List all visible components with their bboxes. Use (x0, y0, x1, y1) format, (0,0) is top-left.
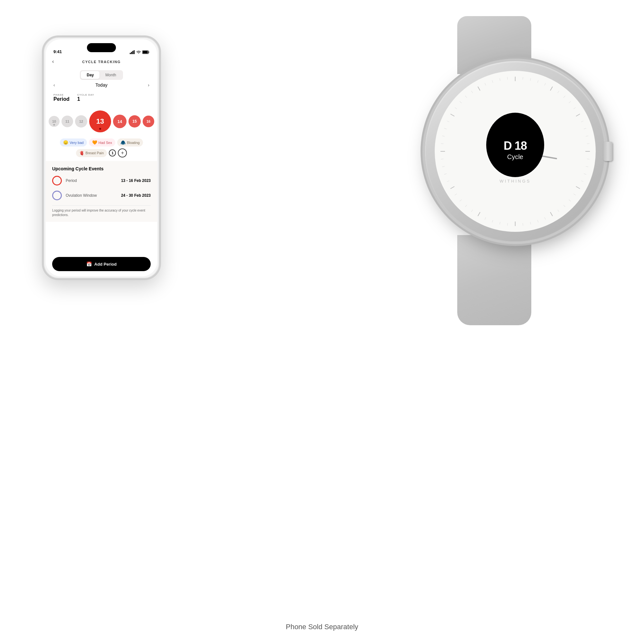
svg-rect-2 (132, 51, 133, 54)
svg-line-45 (485, 217, 486, 220)
footer-text: Phone Sold Separately (286, 623, 358, 631)
ovulation-event-row: Ovulation Window 24 - 30 Feb 2023 (52, 191, 151, 200)
svg-line-55 (442, 136, 445, 137)
watch-day-display: D 18 (504, 139, 527, 153)
phone-screen: 9:41 (46, 39, 157, 276)
svg-line-13 (478, 212, 480, 216)
svg-line-64 (500, 78, 500, 81)
svg-rect-0 (130, 53, 131, 54)
tag-mood[interactable]: 😞 Very bad (60, 138, 87, 147)
svg-line-33 (581, 181, 583, 182)
svg-line-61 (471, 91, 473, 93)
period-event-name: Period (66, 178, 117, 183)
svg-line-49 (455, 194, 457, 195)
svg-line-23 (563, 96, 565, 98)
period-dot (99, 128, 101, 130)
bubble-day-12[interactable]: 12 (75, 115, 87, 128)
cycle-bubbles: 10 11 12 13 14 15 16 (46, 107, 157, 136)
svg-line-18 (523, 77, 523, 80)
bubble-day-14[interactable]: 14 (113, 115, 127, 128)
svg-line-31 (586, 166, 588, 167)
svg-line-44 (492, 220, 493, 223)
svg-line-38 (545, 217, 545, 220)
svg-line-40 (530, 222, 531, 224)
svg-line-10 (576, 186, 580, 189)
status-time: 9:41 (53, 49, 62, 54)
svg-line-8 (576, 114, 580, 116)
tag-breast[interactable]: 🫀 Breast Pain (76, 149, 107, 157)
watch-display: D 18 Cycle (486, 113, 544, 177)
nav-prev[interactable]: ‹ (53, 82, 55, 88)
svg-line-48 (460, 200, 462, 201)
withings-brand: WITHINGS (500, 179, 531, 184)
phase-info: PHASE Period CYCLE DAY 1 (46, 91, 157, 104)
svg-line-37 (558, 210, 559, 212)
watch-body: D 18 Cycle WITHINGS (406, 42, 625, 261)
phase-value: Period (53, 96, 70, 102)
phone: 9:41 (42, 35, 161, 280)
add-period-label: Add Period (94, 262, 117, 267)
phase-col: PHASE Period (53, 93, 70, 102)
mood-label: Very bad (70, 141, 83, 145)
divider (52, 205, 151, 206)
svg-line-50 (447, 181, 449, 182)
svg-line-54 (441, 144, 443, 144)
wifi-icon (136, 50, 141, 54)
svg-line-28 (586, 136, 588, 137)
add-symptom-button[interactable]: + (118, 148, 127, 157)
watch: D 18 Cycle WITHINGS (374, 26, 644, 316)
svg-line-27 (584, 128, 586, 129)
svg-line-39 (537, 220, 538, 223)
svg-line-58 (455, 108, 457, 109)
svg-line-35 (569, 200, 571, 201)
svg-line-62 (485, 83, 486, 85)
tab-day[interactable]: Day (81, 71, 99, 79)
bloating-label: Bloating (127, 141, 140, 145)
svg-line-60 (465, 96, 467, 98)
bubble-day-13[interactable]: 13 (89, 110, 111, 132)
app-title: CYCLE TRACKING (52, 60, 151, 64)
ovulation-circle-icon (52, 191, 62, 200)
svg-line-43 (500, 222, 500, 224)
svg-rect-1 (131, 52, 132, 54)
app-header: ‹ CYCLE TRACKING (46, 56, 157, 64)
bubble-day-11[interactable]: 11 (62, 116, 73, 127)
svg-line-7 (550, 87, 553, 90)
svg-line-29 (587, 144, 590, 144)
breast-icon: 🫀 (79, 151, 84, 156)
mood-icon: 😞 (63, 140, 68, 145)
period-circle-icon (52, 176, 62, 185)
bubble-day-10[interactable]: 10 (49, 116, 60, 127)
watch-crown (603, 142, 612, 161)
upcoming-section: Upcoming Cycle Events Period 13 - 16 Feb… (46, 161, 157, 222)
tag-bloating[interactable]: 🧥 Bloating (117, 138, 143, 147)
svg-line-53 (441, 159, 443, 159)
svg-rect-5 (143, 51, 148, 53)
cycle-day-col: CYCLE DAY 1 (77, 93, 94, 102)
svg-line-47 (465, 205, 467, 207)
ovulation-event-date: 24 - 30 Feb 2023 (121, 193, 151, 198)
tag-sex[interactable]: 🧡 Had Sex (89, 138, 115, 147)
svg-line-14 (450, 186, 454, 189)
bubble-day-15[interactable]: 15 (128, 115, 141, 128)
svg-line-21 (545, 83, 545, 85)
svg-line-26 (581, 121, 583, 122)
tab-bar: Day Month (46, 70, 157, 80)
moon-icon (511, 129, 520, 138)
bubble-day-16[interactable]: 16 (143, 116, 154, 127)
tab-month[interactable]: Month (99, 71, 122, 79)
svg-line-34 (573, 194, 575, 195)
dynamic-island (87, 43, 116, 52)
strap-bottom (457, 235, 531, 325)
add-period-button[interactable]: 📅 Add Period (52, 257, 151, 271)
period-event-row: Period 13 - 16 Feb 2023 (52, 176, 151, 185)
ovulation-event-name: Ovulation Window (66, 193, 117, 198)
nav-next[interactable]: › (148, 82, 149, 88)
watch-dial: D 18 Cycle WITHINGS (435, 71, 596, 232)
battery-icon (142, 50, 149, 54)
signal-icon (130, 50, 135, 54)
cycle-day-label: CYCLE DAY (77, 93, 94, 96)
svg-line-36 (563, 205, 565, 207)
svg-line-63 (492, 80, 493, 83)
calendar-icon: 📅 (86, 261, 92, 267)
